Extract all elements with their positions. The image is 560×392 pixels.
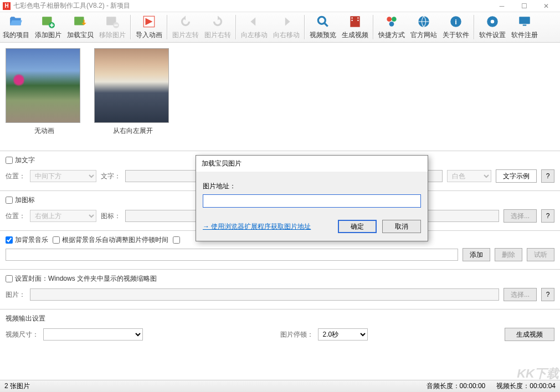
toolbar-label: 图片左转 <box>172 30 199 40</box>
toolbar-label: 导入动画 <box>136 30 162 40</box>
svg-rect-2 <box>74 17 84 25</box>
add-text-check[interactable] <box>6 157 13 164</box>
toolbar-folder-open[interactable]: 我的项目 <box>0 12 32 42</box>
maximize-button[interactable]: ☐ <box>513 1 535 12</box>
toolbar-import-animation[interactable]: 导入动画 <box>133 12 165 42</box>
music-try-button[interactable]: 试听 <box>527 248 554 261</box>
add-music-checkbox[interactable]: 加背景音乐 <box>6 235 48 245</box>
music-add-button[interactable]: 添加 <box>463 248 490 261</box>
music-path-input[interactable] <box>6 249 458 261</box>
globe-icon <box>417 14 431 29</box>
image-url-input[interactable] <box>203 194 421 208</box>
auto-adjust-checkbox[interactable]: 根据背景音乐自动调整图片停顿时间 <box>53 235 168 245</box>
cover-select-button[interactable]: 选择... <box>504 288 537 301</box>
thumbnail-item[interactable]: 无动画 <box>6 48 83 145</box>
toolbar-label: 软件注册 <box>511 30 538 40</box>
video-size-select[interactable] <box>43 328 143 341</box>
toolbar-image-plus[interactable]: 添加图片 <box>32 12 64 42</box>
image-count: 2 张图片 <box>4 381 30 391</box>
toolbar-move-right: 向右移动 <box>270 12 302 42</box>
svg-point-12 <box>387 17 392 22</box>
toolbar-label: 图片右转 <box>204 30 231 40</box>
generate-video-button[interactable]: 生成视频 <box>505 328 554 341</box>
toolbar-label: 加载宝贝 <box>67 30 94 40</box>
help-button[interactable]: ? <box>541 209 554 223</box>
video-length: 视频长度：00:00:04 <box>496 381 556 391</box>
cover-path-input[interactable] <box>30 288 499 301</box>
set-cover-check[interactable] <box>6 275 13 282</box>
browser-extension-link[interactable]: → 使用浏览器扩展程序获取图片地址 <box>203 222 311 231</box>
image-url-label: 图片地址： <box>203 182 421 191</box>
thumbnail-caption: 无动画 <box>6 126 83 136</box>
svg-rect-21 <box>523 24 527 25</box>
toolbar-gear[interactable]: 软件设置 <box>476 12 508 42</box>
folder-open-icon <box>9 14 23 29</box>
toolbar-globe[interactable]: 官方网站 <box>408 12 440 42</box>
window-title: 七彩色电子相册制作工具(V8.2) - 新项目 <box>13 1 491 11</box>
text-position-select[interactable]: 中间下方 <box>30 170 96 182</box>
toolbar-label: 视频预览 <box>310 30 336 40</box>
text-example-button[interactable]: 文字示例 <box>496 169 537 183</box>
toolbar-move-left: 向左移动 <box>238 12 270 42</box>
help-button[interactable]: ? <box>541 169 554 183</box>
position-label: 位置： <box>6 172 25 181</box>
toolbar-label: 关于软件 <box>443 30 469 40</box>
toolbar-label: 官方网站 <box>410 30 437 40</box>
toolbar-label: 软件设置 <box>479 30 506 40</box>
image-load-icon <box>73 14 88 29</box>
svg-rect-11 <box>357 20 358 21</box>
svg-point-6 <box>318 17 325 24</box>
add-icon-check[interactable] <box>6 197 13 204</box>
toolbar-label: 移除图片 <box>99 30 126 40</box>
toolbar-shortcut[interactable]: 快捷方式 <box>376 12 408 42</box>
load-image-dialog: 加载宝贝图片 图片地址： → 使用浏览器扩展程序获取图片地址 确定 取消 <box>196 155 428 241</box>
icon-label: 图标： <box>101 212 121 221</box>
icon-select-button[interactable]: 选择... <box>504 209 537 223</box>
toolbar-label: 生成视频 <box>342 30 368 40</box>
main-toolbar: 我的项目添加图片加载宝贝移除图片导入动画图片左转图片右转向左移动向右移动视频预览… <box>0 12 560 43</box>
svg-rect-10 <box>357 17 358 18</box>
auto-adjust-check[interactable] <box>53 236 60 244</box>
icon-position-label: 位置： <box>6 212 25 221</box>
toolbar-preview[interactable]: 视频预览 <box>307 12 339 42</box>
truncated-check[interactable] <box>173 236 180 244</box>
rotate-right-icon <box>210 14 225 29</box>
minimize-button[interactable]: ─ <box>491 1 513 12</box>
ok-button[interactable]: 确定 <box>338 220 377 233</box>
toolbar-image-load[interactable]: 加载宝贝 <box>64 12 96 42</box>
video-size-label: 视频尺寸： <box>6 330 39 339</box>
pause-select[interactable]: 2.0秒 <box>318 328 368 341</box>
svg-point-14 <box>389 22 394 27</box>
film-icon <box>348 14 362 29</box>
svg-rect-8 <box>352 17 353 18</box>
svg-point-13 <box>392 17 397 22</box>
thumbnail-image <box>6 48 80 123</box>
thumbnail-area: 无动画 从右向左展开 <box>0 43 560 151</box>
svg-rect-9 <box>352 20 353 21</box>
truncated-checkbox[interactable] <box>173 236 180 244</box>
music-delete-button[interactable]: 删除 <box>495 248 522 261</box>
add-music-check[interactable] <box>6 236 13 244</box>
close-button[interactable]: ✕ <box>535 1 557 12</box>
text-label: 文字： <box>101 172 121 181</box>
output-title: 视频输出设置 <box>6 314 554 323</box>
toolbar-rotate-right: 图片右转 <box>202 12 234 42</box>
image-remove-icon <box>105 14 120 29</box>
toolbar-monitor[interactable]: 软件注册 <box>508 12 541 42</box>
svg-text:i: i <box>455 18 457 26</box>
monitor-icon <box>517 14 532 29</box>
status-bar: 2 张图片 音频长度：00:00:00 视频长度：00:00:04 <box>0 380 560 392</box>
cancel-button[interactable]: 取消 <box>382 220 421 233</box>
move-right-icon <box>279 14 294 29</box>
image-plus-icon <box>41 14 55 29</box>
thumbnail-item[interactable]: 从右向左展开 <box>94 48 172 145</box>
help-button[interactable]: ? <box>541 288 554 301</box>
cover-panel: 设置封面：Windows 文件夹中显示的视频缩略图 图片： 选择... ? <box>0 269 560 309</box>
icon-position-select[interactable]: 右侧上方 <box>30 210 96 222</box>
toolbar-label: 快捷方式 <box>378 30 405 40</box>
dialog-title: 加载宝贝图片 <box>196 156 428 172</box>
text-color-select[interactable]: 白色 <box>447 170 491 182</box>
set-cover-checkbox[interactable]: 设置封面：Windows 文件夹中显示的视频缩略图 <box>6 274 554 283</box>
toolbar-film[interactable]: 生成视频 <box>339 12 371 42</box>
toolbar-info[interactable]: i关于软件 <box>440 12 472 42</box>
